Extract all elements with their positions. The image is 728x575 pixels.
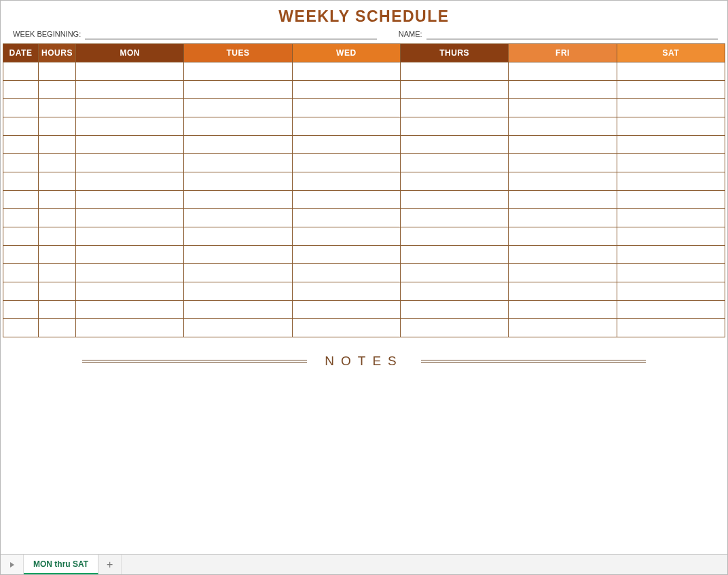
table-cell[interactable] <box>39 319 76 337</box>
add-sheet-button[interactable]: + <box>98 555 122 574</box>
table-cell[interactable] <box>617 117 725 136</box>
table-cell[interactable] <box>617 319 725 337</box>
table-cell[interactable] <box>3 319 39 337</box>
table-cell[interactable] <box>400 264 508 282</box>
table-cell[interactable] <box>184 154 292 172</box>
table-cell[interactable] <box>509 117 617 136</box>
table-cell[interactable] <box>39 81 76 99</box>
table-cell[interactable] <box>509 172 617 191</box>
table-cell[interactable] <box>400 319 508 337</box>
table-cell[interactable] <box>76 282 184 301</box>
table-cell[interactable] <box>184 191 292 209</box>
table-cell[interactable] <box>39 62 76 81</box>
table-cell[interactable] <box>509 191 617 209</box>
table-cell[interactable] <box>617 227 725 246</box>
table-cell[interactable] <box>3 282 39 301</box>
table-cell[interactable] <box>400 209 508 227</box>
table-cell[interactable] <box>39 301 76 319</box>
table-cell[interactable] <box>400 81 508 99</box>
table-cell[interactable] <box>509 282 617 301</box>
table-cell[interactable] <box>292 319 400 337</box>
table-cell[interactable] <box>184 319 292 337</box>
table-cell[interactable] <box>39 172 76 191</box>
table-cell[interactable] <box>39 209 76 227</box>
table-cell[interactable] <box>617 136 725 154</box>
table-cell[interactable] <box>292 191 400 209</box>
table-cell[interactable] <box>76 319 184 337</box>
table-cell[interactable] <box>617 62 725 81</box>
table-cell[interactable] <box>3 136 39 154</box>
table-cell[interactable] <box>400 227 508 246</box>
table-cell[interactable] <box>76 172 184 191</box>
table-cell[interactable] <box>617 191 725 209</box>
table-cell[interactable] <box>39 264 76 282</box>
table-cell[interactable] <box>76 62 184 81</box>
table-cell[interactable] <box>292 81 400 99</box>
table-cell[interactable] <box>509 227 617 246</box>
table-cell[interactable] <box>400 136 508 154</box>
table-cell[interactable] <box>617 99 725 117</box>
table-cell[interactable] <box>400 246 508 264</box>
table-cell[interactable] <box>184 227 292 246</box>
table-cell[interactable] <box>617 301 725 319</box>
table-cell[interactable] <box>76 154 184 172</box>
table-cell[interactable] <box>509 264 617 282</box>
table-cell[interactable] <box>509 301 617 319</box>
table-cell[interactable] <box>617 264 725 282</box>
table-cell[interactable] <box>39 99 76 117</box>
table-cell[interactable] <box>184 136 292 154</box>
table-cell[interactable] <box>292 282 400 301</box>
table-cell[interactable] <box>3 301 39 319</box>
table-cell[interactable] <box>292 209 400 227</box>
table-cell[interactable] <box>617 154 725 172</box>
table-cell[interactable] <box>184 282 292 301</box>
table-cell[interactable] <box>400 99 508 117</box>
table-cell[interactable] <box>292 154 400 172</box>
table-cell[interactable] <box>39 282 76 301</box>
table-cell[interactable] <box>509 99 617 117</box>
week-beginning-input[interactable] <box>85 30 376 39</box>
sheet-tab-active[interactable]: MON thru SAT <box>24 555 98 574</box>
table-cell[interactable] <box>3 264 39 282</box>
table-cell[interactable] <box>400 282 508 301</box>
table-cell[interactable] <box>76 301 184 319</box>
table-cell[interactable] <box>292 99 400 117</box>
table-cell[interactable] <box>76 209 184 227</box>
table-cell[interactable] <box>400 172 508 191</box>
table-cell[interactable] <box>3 81 39 99</box>
table-cell[interactable] <box>3 209 39 227</box>
table-cell[interactable] <box>76 191 184 209</box>
table-cell[interactable] <box>39 191 76 209</box>
table-cell[interactable] <box>400 301 508 319</box>
table-cell[interactable] <box>184 246 292 264</box>
table-cell[interactable] <box>184 264 292 282</box>
table-cell[interactable] <box>400 117 508 136</box>
table-cell[interactable] <box>39 136 76 154</box>
table-cell[interactable] <box>292 301 400 319</box>
table-cell[interactable] <box>617 246 725 264</box>
table-cell[interactable] <box>3 99 39 117</box>
table-cell[interactable] <box>3 154 39 172</box>
table-cell[interactable] <box>509 246 617 264</box>
table-cell[interactable] <box>292 62 400 81</box>
table-cell[interactable] <box>509 136 617 154</box>
table-cell[interactable] <box>292 264 400 282</box>
table-cell[interactable] <box>76 246 184 264</box>
table-cell[interactable] <box>292 117 400 136</box>
table-cell[interactable] <box>509 62 617 81</box>
table-cell[interactable] <box>39 117 76 136</box>
table-cell[interactable] <box>617 81 725 99</box>
table-cell[interactable] <box>509 209 617 227</box>
table-cell[interactable] <box>184 117 292 136</box>
table-cell[interactable] <box>509 81 617 99</box>
table-cell[interactable] <box>76 117 184 136</box>
table-cell[interactable] <box>184 81 292 99</box>
table-cell[interactable] <box>3 191 39 209</box>
name-input[interactable] <box>426 30 718 39</box>
table-cell[interactable] <box>76 99 184 117</box>
table-cell[interactable] <box>509 319 617 337</box>
table-cell[interactable] <box>400 62 508 81</box>
table-cell[interactable] <box>76 264 184 282</box>
table-cell[interactable] <box>3 172 39 191</box>
table-cell[interactable] <box>292 227 400 246</box>
